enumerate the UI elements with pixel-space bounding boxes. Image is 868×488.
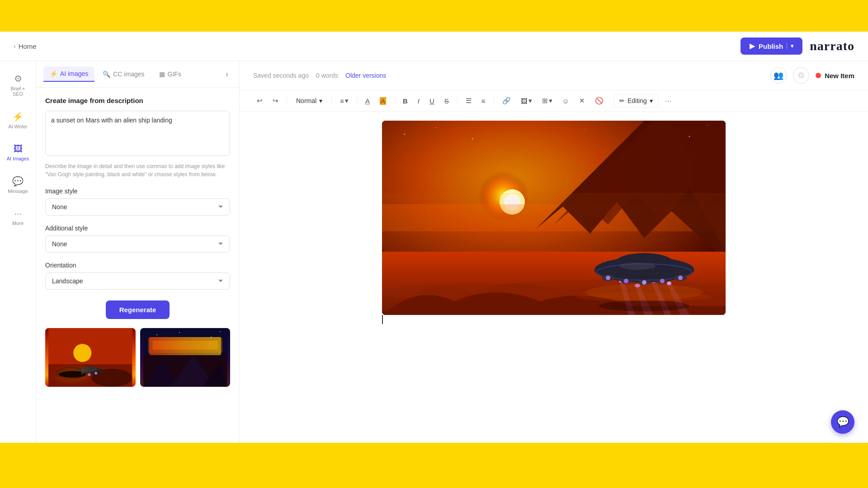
underline-button[interactable]: U <box>426 94 438 108</box>
italic-icon: I <box>418 97 420 105</box>
sidebar-item-ai-writer[interactable]: ⚡ AI Writer <box>2 106 34 135</box>
additional-style-label: Additional style <box>45 225 230 232</box>
svg-rect-14 <box>152 341 218 350</box>
icon-sidebar: ⚙ Brief + SEO ⚡ AI Writer 🖼 AI Images 💬 … <box>0 32 36 443</box>
editing-label: Editing <box>627 97 647 104</box>
collaborators-button[interactable]: 👥 <box>770 67 787 84</box>
image-button[interactable]: 🖼 ▾ <box>517 94 536 108</box>
more-options-button[interactable]: ··· <box>661 94 675 108</box>
svg-point-18 <box>156 334 157 335</box>
table-button[interactable]: ⊞ ▾ <box>538 94 556 108</box>
mars-image <box>382 121 726 315</box>
settings-button[interactable]: ⚙ <box>793 67 809 84</box>
link-icon: 🔗 <box>502 97 511 105</box>
svg-point-10 <box>94 372 97 375</box>
chat-fab-button[interactable]: 💬 <box>831 410 854 434</box>
new-item-button[interactable]: New Item <box>816 72 854 80</box>
sidebar-item-label: More <box>12 221 24 226</box>
svg-rect-1 <box>48 328 132 364</box>
svg-point-8 <box>81 372 84 375</box>
align-button[interactable]: ≡ ▾ <box>336 94 352 108</box>
align-icon: ≡ <box>340 97 344 105</box>
image-chevron-icon: ▾ <box>528 97 532 105</box>
strikethrough-button[interactable]: S <box>441 94 453 108</box>
text-style-chevron-icon: ▾ <box>319 97 322 104</box>
panel-content: Create image from description a sunset o… <box>36 88 239 405</box>
sidebar-item-label: AI Writer <box>8 124 28 129</box>
tab-gifs[interactable]: ▦ GIFs <box>153 67 188 81</box>
regenerate-button[interactable]: Regenerate <box>106 300 170 319</box>
svg-point-55 <box>606 276 610 280</box>
font-color-button[interactable]: A <box>362 94 373 108</box>
narrato-logo: narrato <box>810 39 854 53</box>
main-image-container[interactable] <box>382 121 726 315</box>
highlight-button[interactable]: A <box>376 94 390 108</box>
svg-point-57 <box>642 280 646 285</box>
bullet-list-button[interactable]: ☰ <box>462 94 475 108</box>
settings-icon: ⚙ <box>797 70 805 80</box>
lightning-icon: ⚡ <box>12 111 24 122</box>
home-label[interactable]: Home <box>19 42 37 50</box>
svg-point-2 <box>73 344 91 362</box>
home-chevron-icon: ‹ <box>14 42 16 50</box>
table-icon: ⊞ <box>542 97 548 105</box>
text-style-dropdown[interactable]: Normal ▾ <box>292 94 327 107</box>
emoji-button[interactable]: ☺ <box>559 94 573 108</box>
link-button[interactable]: 🔗 <box>499 94 514 108</box>
italic-button[interactable]: I <box>414 94 423 108</box>
separator-6 <box>494 96 494 105</box>
text-style-label: Normal <box>296 97 316 104</box>
orientation-select[interactable]: Landscape Portrait Square <box>45 272 230 290</box>
separator-4 <box>394 96 395 105</box>
publish-chevron-icon: ▾ <box>787 43 793 49</box>
svg-point-9 <box>88 373 90 376</box>
svg-point-59 <box>678 276 683 280</box>
clear-format-button[interactable]: ✕ <box>576 94 589 108</box>
undo-button[interactable]: ↩ <box>253 94 266 108</box>
sidebar-item-message[interactable]: 💬 Message <box>2 170 34 199</box>
editor-area: Saved seconds ago 0 words Older versions… <box>240 32 868 443</box>
separator-2 <box>331 96 332 105</box>
chat-icon: 💬 <box>12 176 24 187</box>
align-chevron-icon: ▾ <box>345 97 349 105</box>
emoji-icon: ☺ <box>562 97 569 105</box>
gear-icon: ⚙ <box>14 73 22 84</box>
additional-style-select[interactable]: None Cinematic Dark Vibrant Vintage <box>45 235 230 253</box>
cursor-line <box>382 315 726 324</box>
publish-button[interactable]: ▶ Publish ▾ <box>741 38 802 55</box>
sidebar-item-ai-images[interactable]: 🖼 AI Images <box>2 138 34 167</box>
prompt-textarea[interactable]: a sunset on Mars with an alien ship land… <box>45 111 230 156</box>
tab-ai-images[interactable]: ⚡ AI images <box>43 66 94 82</box>
more-icon: ··· <box>665 96 672 105</box>
redo-icon: ↪ <box>273 97 278 105</box>
bold-button[interactable]: B <box>399 94 411 108</box>
collaborators-icon: 👥 <box>774 70 783 80</box>
pencil-icon: ✏ <box>619 97 625 104</box>
ai-panel: ⚡ AI images 🔍 CC images ▦ GIFs › Create … <box>36 32 240 443</box>
sidebar-item-label: AI Images <box>7 156 29 161</box>
editing-dropdown[interactable]: ✏ Editing ▾ <box>613 94 659 108</box>
thumbnail-grid <box>45 328 230 396</box>
sidebar-item-more[interactable]: ··· More <box>2 203 34 231</box>
read-only-button[interactable]: 🚫 <box>591 94 607 108</box>
numbered-list-button[interactable]: ≡ <box>478 94 489 108</box>
header-right: ▶ Publish ▾ narrato <box>741 38 854 55</box>
redo-button[interactable]: ↪ <box>269 94 282 108</box>
thumbnail-1[interactable] <box>45 328 136 387</box>
prompt-hint: Describe the image in detail and then us… <box>45 162 230 178</box>
tab-cc-images[interactable]: 🔍 CC images <box>96 67 151 81</box>
svg-point-68 <box>707 125 708 126</box>
editing-chevron-icon: ▾ <box>650 97 653 104</box>
thumbnail-2[interactable] <box>140 328 231 387</box>
panel-collapse-button[interactable]: › <box>222 68 232 81</box>
sidebar-item-brief-seo[interactable]: ⚙ Brief + SEO <box>2 68 34 102</box>
image-style-select[interactable]: None Photorealistic Digital Art Watercol… <box>45 198 230 216</box>
svg-point-63 <box>404 134 406 135</box>
bullet-list-icon: ☰ <box>466 97 472 105</box>
ai-images-tab-label: AI images <box>60 70 88 77</box>
panel-tabs: ⚡ AI images 🔍 CC images ▦ GIFs › <box>36 61 239 88</box>
publish-play-icon: ▶ <box>750 42 755 50</box>
older-versions-link[interactable]: Older versions <box>345 72 386 79</box>
image-icon: 🖼 <box>14 144 23 154</box>
home-link[interactable]: ‹ Home <box>14 42 37 50</box>
